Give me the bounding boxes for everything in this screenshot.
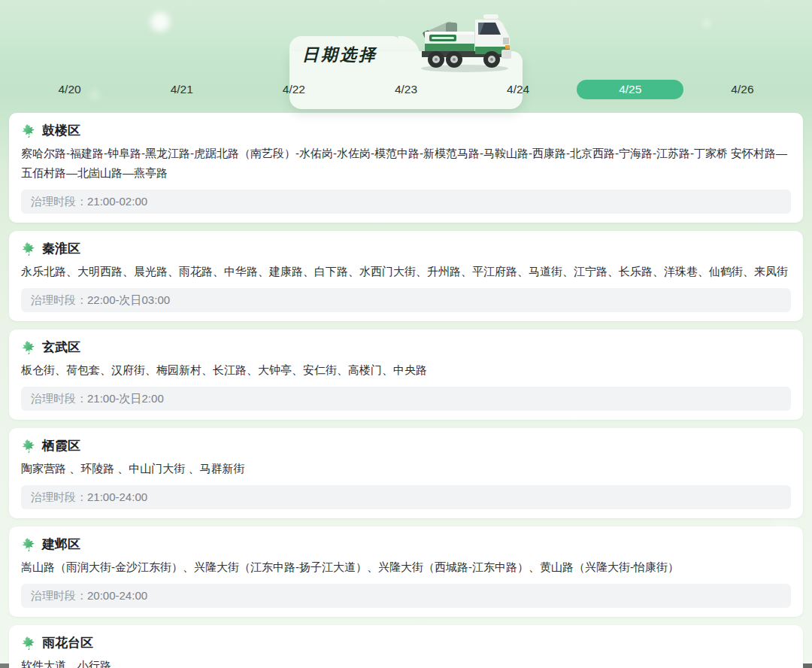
district-name: 玄武区 <box>42 339 80 356</box>
district-name: 秦淮区 <box>42 240 80 257</box>
card-header: 栖霞区 <box>21 437 791 454</box>
date-label: 4/24 <box>507 83 529 96</box>
date-label: 4/26 <box>731 83 753 96</box>
leaf-icon <box>20 241 36 257</box>
time-value: 21:00-02:00 <box>87 195 147 208</box>
leaf-icon <box>20 635 36 651</box>
time-label: 治理时段： <box>31 293 87 306</box>
time-label: 治理时段： <box>31 195 87 208</box>
date-item-4-22[interactable]: 4/22 <box>238 83 350 96</box>
card-header: 秦淮区 <box>21 240 791 257</box>
date-item-4-21[interactable]: 4/21 <box>126 83 238 96</box>
leaf-icon <box>20 536 36 552</box>
date-item-4-24[interactable]: 4/24 <box>462 83 574 96</box>
date-label: 4/22 <box>283 83 305 96</box>
card-header: 建邺区 <box>21 536 791 553</box>
page-background: 日期选择 <box>0 0 812 668</box>
card-header: 鼓楼区 <box>21 122 791 139</box>
time-label: 治理时段： <box>31 392 87 405</box>
date-picker-header: 日期选择 <box>0 0 812 113</box>
time-band: 治理时段：21:00-24:00 <box>21 485 791 509</box>
district-card-jianye: 建邺区 嵩山路（雨润大街-金沙江东街）、兴隆大街（江东中路-扬子江大道）、兴隆大… <box>9 527 803 617</box>
time-value: 20:00-24:00 <box>87 589 147 602</box>
district-card-qinhuai: 秦淮区 永乐北路、大明西路、晨光路、雨花路、中华路、建康路、白下路、水西门大街、… <box>9 231 803 321</box>
district-roads: 永乐北路、大明西路、晨光路、雨花路、中华路、建康路、白下路、水西门大街、升州路、… <box>21 262 791 281</box>
leaf-icon <box>20 123 36 138</box>
sprinkler-truck-icon <box>412 5 517 74</box>
date-picker-title: 日期选择 <box>302 44 377 66</box>
date-label: 4/23 <box>395 83 417 96</box>
district-roads: 板仓街、荷包套、汉府街、梅园新村、长江路、大钟亭、安仁街、高楼门、中央路 <box>21 360 791 380</box>
time-band: 治理时段：21:00-02:00 <box>21 190 791 214</box>
selected-date-pill: 4/25 <box>577 80 683 99</box>
time-band: 治理时段：22:00-次日03:00 <box>21 288 791 312</box>
district-card-yuhuatai: 雨花台区 软件大道、小行路 治理时段：22:00-24:00 <box>9 625 803 668</box>
date-item-4-26[interactable]: 4/26 <box>686 83 798 96</box>
date-label: 4/20 <box>58 83 80 96</box>
time-value: 21:00-次日2:00 <box>87 392 164 405</box>
district-roads: 察哈尔路-福建路-钟阜路-黑龙江路-虎踞北路（南艺段）-水佑岗-水佐岗-模范中路… <box>21 144 791 183</box>
district-roads: 陶家营路 、环陵路 、中山门大街 、马群新街 <box>21 459 791 478</box>
district-name: 建邺区 <box>42 536 80 553</box>
date-item-4-25-selected[interactable]: 4/25 <box>574 80 686 99</box>
leaf-icon <box>20 438 36 454</box>
date-item-4-23[interactable]: 4/23 <box>350 83 462 96</box>
district-roads: 软件大道、小行路 <box>21 656 791 668</box>
date-row: 4/20 4/21 4/22 4/23 4/24 4/25 4/26 <box>0 77 812 102</box>
time-band: 治理时段：21:00-次日2:00 <box>21 387 791 411</box>
time-label: 治理时段： <box>31 589 87 602</box>
district-name: 鼓楼区 <box>42 122 80 139</box>
district-name: 栖霞区 <box>42 437 80 454</box>
district-card-qixia: 栖霞区 陶家营路 、环陵路 、中山门大街 、马群新街 治理时段：21:00-24… <box>9 428 803 518</box>
time-band: 治理时段：20:00-24:00 <box>21 584 791 608</box>
date-label: 4/21 <box>171 83 193 96</box>
time-value: 21:00-24:00 <box>87 490 147 503</box>
district-card-xuanwu: 玄武区 板仓街、荷包套、汉府街、梅园新村、长江路、大钟亭、安仁街、高楼门、中央路… <box>9 329 803 420</box>
district-name: 雨花台区 <box>42 634 93 651</box>
time-value: 22:00-次日03:00 <box>87 293 170 306</box>
time-label: 治理时段： <box>31 490 87 503</box>
card-header: 玄武区 <box>21 339 791 356</box>
card-header: 雨花台区 <box>21 634 791 651</box>
district-card-gulou: 鼓楼区 察哈尔路-福建路-钟阜路-黑龙江路-虎踞北路（南艺段）-水佑岗-水佐岗-… <box>9 113 803 223</box>
leaf-icon <box>20 339 36 355</box>
district-list: 鼓楼区 察哈尔路-福建路-钟阜路-黑龙江路-虎踞北路（南艺段）-水佑岗-水佐岗-… <box>0 113 812 668</box>
district-roads: 嵩山路（雨润大街-金沙江东街）、兴隆大街（江东中路-扬子江大道）、兴隆大街（西城… <box>21 557 791 577</box>
date-item-4-20[interactable]: 4/20 <box>14 83 126 96</box>
